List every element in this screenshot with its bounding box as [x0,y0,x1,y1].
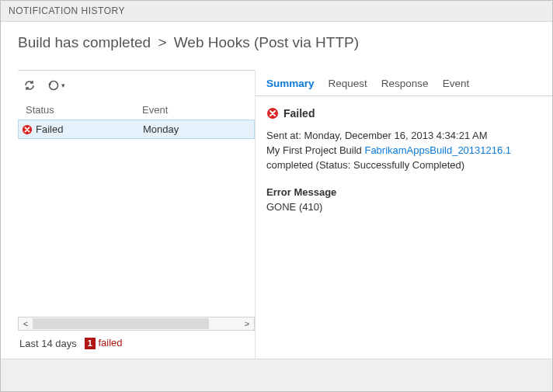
error-icon [22,124,33,135]
error-message-value: GONE (410) [266,200,541,215]
history-list-pane: ▾ Status Event Failed Monday [18,70,255,359]
scroll-thumb[interactable] [33,318,209,329]
build-link[interactable]: FabrikamAppsBuild_20131216.1 [364,144,511,156]
refresh-icon[interactable] [23,78,37,92]
list-header: Status Event [18,100,255,120]
tab-request[interactable]: Request [329,78,367,89]
range-label: Last 14 days [19,338,77,349]
detail-tabs: Summary Request Response Event [256,70,552,96]
detail-status: Failed [283,106,315,121]
tab-summary[interactable]: Summary [266,78,315,89]
row-status: Failed [36,123,63,135]
failed-label: failed [98,337,122,349]
detail-pane: Summary Request Response Event Failed Se… [255,70,552,359]
chevron-right-icon: > [158,34,166,50]
build-line: My First Project Build FabrikamAppsBuild… [266,144,541,173]
scroll-track[interactable] [33,317,240,330]
scroll-right-icon[interactable]: > [240,319,254,328]
tab-event[interactable]: Event [443,78,470,89]
failed-count-badge: 1 [85,338,96,349]
scroll-left-icon[interactable]: < [19,319,33,328]
table-row[interactable]: Failed Monday [18,120,255,139]
error-message-label: Error Message [266,186,541,200]
svg-point-0 [50,82,58,90]
horizontal-scrollbar[interactable]: < > [18,317,255,331]
column-event[interactable]: Event [142,104,247,116]
history-range-dropdown[interactable]: ▾ [47,79,65,92]
breadcrumb-item-2: Web Hooks (Post via HTTP) [174,34,359,50]
tab-response[interactable]: Response [381,78,429,89]
sent-at-line: Sent at: Monday, December 16, 2013 4:34:… [266,129,541,144]
chevron-down-icon: ▾ [61,82,65,89]
row-event: Monday [143,123,251,135]
list-footer: Last 14 days 1 failed [18,331,255,359]
column-status[interactable]: Status [26,104,142,116]
list-toolbar: ▾ [18,71,255,100]
window-title: NOTIFICATION HISTORY [1,1,552,22]
breadcrumb-item-1: Build has completed [18,34,151,50]
error-icon [266,107,279,120]
dialog-footer [1,359,552,391]
breadcrumb: Build has completed > Web Hooks (Post vi… [1,22,552,70]
